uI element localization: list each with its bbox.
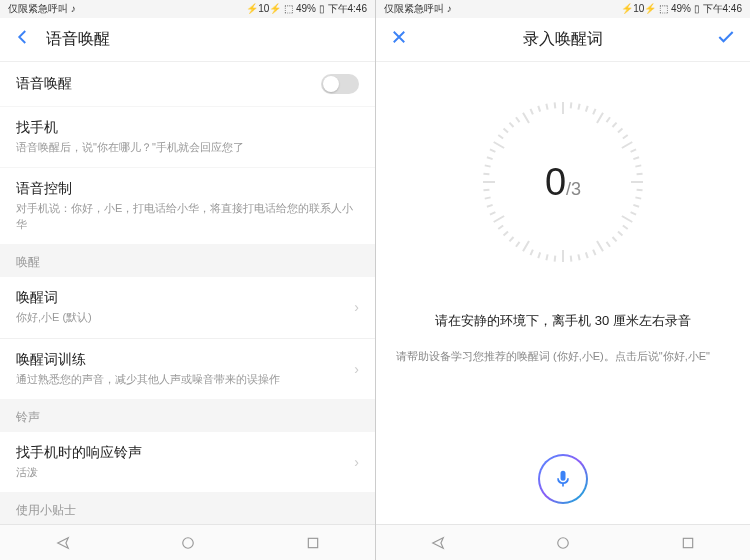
svg-rect-1 bbox=[308, 538, 317, 547]
svg-line-37 bbox=[523, 241, 529, 251]
section-ringtone: 铃声 bbox=[0, 399, 375, 432]
row-wake-word[interactable]: 唤醒词 你好,小E (默认) › bbox=[0, 277, 375, 337]
label: 语音唤醒 bbox=[16, 75, 321, 93]
row-find-phone[interactable]: 找手机 语音唤醒后，说"你在哪儿？"手机就会回应您了 bbox=[0, 107, 375, 167]
svg-line-38 bbox=[516, 242, 520, 247]
svg-line-23 bbox=[623, 225, 628, 229]
settings-list[interactable]: 语音唤醒 找手机 语音唤醒后，说"你在哪儿？"手机就会回应您了 语音控制 对手机… bbox=[0, 62, 375, 524]
svg-line-39 bbox=[509, 237, 513, 241]
settings-screen: 仅限紧急呼叫 ♪ ⚡10⚡ ⬚ 49% ▯ 下午4:46 语音唤醒 语音唤醒 找… bbox=[0, 0, 375, 560]
svg-line-11 bbox=[623, 135, 628, 139]
svg-line-31 bbox=[571, 256, 572, 262]
nav-bar bbox=[376, 524, 750, 560]
svg-line-30 bbox=[578, 254, 579, 260]
row-voice-control[interactable]: 语音控制 对手机说：你好，小E，打电话给小华，将直接打电话给您的联系人小华 bbox=[0, 168, 375, 244]
svg-line-46 bbox=[483, 190, 489, 191]
label: 唤醒词 bbox=[16, 289, 354, 307]
header: 录入唤醒词 bbox=[376, 18, 750, 62]
svg-line-27 bbox=[597, 241, 603, 251]
svg-line-5 bbox=[586, 106, 588, 112]
progress-dial: 0/3 bbox=[473, 92, 653, 272]
svg-point-62 bbox=[558, 537, 569, 548]
record-screen: 仅限紧急呼叫 ♪ ⚡10⚡ ⬚ 49% ▯ 下午4:46 录入唤醒词 0/3 请… bbox=[375, 0, 750, 560]
svg-line-10 bbox=[618, 128, 622, 132]
nav-back-icon[interactable] bbox=[54, 534, 72, 552]
page-title: 录入唤醒词 bbox=[523, 29, 603, 50]
row-voice-wake[interactable]: 语音唤醒 bbox=[0, 62, 375, 106]
svg-line-13 bbox=[631, 149, 636, 151]
status-bar: 仅限紧急呼叫 ♪ ⚡10⚡ ⬚ 49% ▯ 下午4:46 bbox=[0, 0, 375, 18]
svg-line-16 bbox=[637, 174, 643, 175]
status-right: ⚡10⚡ ⬚ 49% ▯ 下午4:46 bbox=[621, 2, 742, 16]
svg-line-45 bbox=[485, 197, 491, 198]
svg-line-48 bbox=[483, 174, 489, 175]
svg-line-26 bbox=[606, 242, 610, 247]
row-wake-training[interactable]: 唤醒词训练 通过熟悉您的声音，减少其他人声或噪音带来的误操作 › bbox=[0, 338, 375, 399]
sub: 通过熟悉您的声音，减少其他人声或噪音带来的误操作 bbox=[16, 372, 354, 387]
sub: 活泼 bbox=[16, 465, 354, 480]
svg-line-41 bbox=[498, 225, 503, 229]
svg-line-9 bbox=[613, 123, 617, 127]
svg-line-55 bbox=[509, 123, 513, 127]
record-body: 0/3 请在安静的环境下，离手机 30 厘米左右录音 请帮助设备学习您推荐的唤醒… bbox=[376, 62, 750, 524]
section-wake: 唤醒 bbox=[0, 244, 375, 277]
svg-line-8 bbox=[606, 117, 610, 122]
svg-line-51 bbox=[490, 149, 495, 151]
nav-home-icon[interactable] bbox=[554, 534, 572, 552]
svg-line-33 bbox=[555, 256, 556, 262]
svg-line-35 bbox=[538, 252, 540, 258]
svg-line-12 bbox=[622, 142, 632, 148]
svg-line-61 bbox=[555, 102, 556, 108]
svg-line-6 bbox=[593, 109, 595, 114]
nav-bar bbox=[0, 524, 375, 560]
status-bar: 仅限紧急呼叫 ♪ ⚡10⚡ ⬚ 49% ▯ 下午4:46 bbox=[376, 0, 750, 18]
mic-icon bbox=[553, 469, 573, 489]
label: 唤醒词训练 bbox=[16, 351, 354, 369]
sub: 对手机说：你好，小E，打电话给小华，将直接打电话给您的联系人小华 bbox=[16, 201, 359, 232]
chevron-right-icon: › bbox=[354, 454, 359, 470]
mic-button[interactable] bbox=[538, 454, 588, 504]
chevron-right-icon: › bbox=[354, 361, 359, 377]
svg-line-20 bbox=[633, 205, 639, 207]
svg-line-44 bbox=[487, 205, 493, 207]
svg-line-19 bbox=[635, 197, 641, 198]
svg-line-4 bbox=[578, 104, 579, 110]
svg-line-36 bbox=[530, 250, 532, 255]
status-left: 仅限紧急呼叫 ♪ bbox=[8, 2, 76, 16]
svg-line-49 bbox=[485, 165, 491, 166]
svg-line-58 bbox=[530, 109, 532, 114]
nav-recent-icon[interactable] bbox=[679, 534, 697, 552]
svg-line-43 bbox=[490, 212, 495, 214]
svg-line-50 bbox=[487, 157, 493, 159]
svg-line-57 bbox=[523, 113, 529, 123]
svg-line-53 bbox=[498, 135, 503, 139]
nav-home-icon[interactable] bbox=[179, 534, 197, 552]
svg-line-52 bbox=[494, 142, 504, 148]
svg-line-21 bbox=[631, 212, 636, 214]
nav-back-icon[interactable] bbox=[429, 534, 447, 552]
section-tips: 使用小贴士 bbox=[0, 492, 375, 524]
chevron-right-icon: › bbox=[354, 299, 359, 315]
svg-line-34 bbox=[546, 254, 547, 260]
svg-line-42 bbox=[494, 216, 504, 222]
hint-secondary: 请帮助设备学习您推荐的唤醒词 (你好,小E)。点击后说"你好,小E" bbox=[396, 348, 730, 365]
close-icon[interactable] bbox=[390, 28, 408, 51]
svg-line-14 bbox=[633, 157, 639, 159]
back-icon[interactable] bbox=[14, 28, 32, 51]
svg-line-29 bbox=[586, 252, 588, 258]
status-left: 仅限紧急呼叫 ♪ bbox=[384, 2, 452, 16]
hint-primary: 请在安静的环境下，离手机 30 厘米左右录音 bbox=[435, 312, 691, 330]
svg-rect-63 bbox=[683, 538, 692, 547]
status-right: ⚡10⚡ ⬚ 49% ▯ 下午4:46 bbox=[246, 2, 367, 16]
svg-line-54 bbox=[504, 128, 508, 132]
label: 语音控制 bbox=[16, 180, 359, 198]
check-icon[interactable] bbox=[716, 27, 736, 52]
svg-line-3 bbox=[571, 102, 572, 108]
svg-line-59 bbox=[538, 106, 540, 112]
nav-recent-icon[interactable] bbox=[304, 534, 322, 552]
svg-line-18 bbox=[637, 190, 643, 191]
sub: 语音唤醒后，说"你在哪儿？"手机就会回应您了 bbox=[16, 140, 359, 155]
toggle-voice-wake[interactable] bbox=[321, 74, 359, 94]
row-response-ringtone[interactable]: 找手机时的响应铃声 活泼 › bbox=[0, 432, 375, 492]
svg-line-7 bbox=[597, 113, 603, 123]
